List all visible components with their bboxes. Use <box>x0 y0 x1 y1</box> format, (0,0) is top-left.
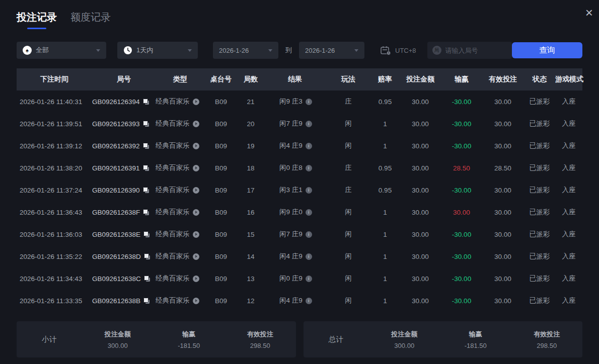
type-cell: 经典百家乐 <box>156 208 205 217</box>
chevron-down-icon <box>96 49 100 52</box>
copy-icon[interactable] <box>143 187 149 193</box>
tab-quota-records[interactable]: 额度记录 <box>70 11 111 24</box>
table-no: B09 <box>205 275 237 283</box>
round-id-cell: GB0926126392 <box>92 142 156 150</box>
round-badge-icon: 局 <box>432 46 441 55</box>
play-type: 庄 <box>326 163 371 172</box>
table-no: B09 <box>205 142 237 150</box>
type-cell: 经典百家乐 <box>156 296 205 305</box>
bet-amount: 30.00 <box>399 164 441 172</box>
search-button[interactable]: 查询 <box>512 42 582 58</box>
info-icon[interactable]: i <box>306 121 312 127</box>
round-no: 17 <box>237 187 264 194</box>
replay-icon[interactable] <box>193 231 199 238</box>
info-icon[interactable]: i <box>306 253 312 260</box>
status: 已派彩 <box>524 141 555 150</box>
spade-icon: ♠ <box>23 46 32 55</box>
copy-icon[interactable] <box>143 143 149 149</box>
play-type: 闲 <box>326 230 371 239</box>
info-icon[interactable]: i <box>306 231 312 238</box>
copy-icon[interactable] <box>143 99 149 105</box>
stat-label: 投注金额 <box>369 330 440 339</box>
copy-icon[interactable] <box>143 121 149 127</box>
tab-bar: 投注记录 额度记录 <box>17 0 582 29</box>
result: 闲9 庄3 <box>279 97 303 106</box>
replay-icon[interactable] <box>193 298 199 304</box>
round-no: 19 <box>237 142 264 150</box>
win-loss-amount: -30.00 <box>441 297 482 305</box>
info-icon[interactable]: i <box>306 99 312 105</box>
tab-betting-records[interactable]: 投注记录 <box>17 11 57 29</box>
type-cell: 经典百家乐 <box>156 230 205 239</box>
replay-icon[interactable] <box>193 165 199 171</box>
valid-bet: 30.00 <box>482 209 524 216</box>
date-to-picker[interactable]: 2026-1-26 <box>299 42 364 59</box>
round-number-field[interactable]: 局 <box>427 42 512 59</box>
copy-icon[interactable] <box>143 165 149 171</box>
chevron-down-icon <box>354 49 358 52</box>
bet-time: 2026-01-26 11:33:35 <box>17 297 92 305</box>
table-row: 2026-01-26 11:36:03 GB092612638E 经典百家乐 B… <box>17 223 582 245</box>
game-type-select[interactable]: ♠ 全部 <box>17 42 106 59</box>
info-icon[interactable]: i <box>306 165 312 171</box>
round-number-input[interactable] <box>445 47 501 54</box>
replay-icon[interactable] <box>193 187 199 194</box>
copy-icon[interactable] <box>143 298 149 304</box>
game-type: 经典百家乐 <box>156 296 190 305</box>
win-loss-amount: -30.00 <box>441 253 482 260</box>
type-cell: 经典百家乐 <box>156 97 205 106</box>
round-id: GB0926126393 <box>92 120 140 128</box>
replay-icon[interactable] <box>193 276 199 282</box>
stat-label: 输赢 <box>154 330 225 339</box>
total-win-stat: 输赢 -181.50 <box>440 330 511 349</box>
info-icon[interactable]: i <box>306 187 312 194</box>
col-header-bet-amount: 投注金额 <box>399 75 441 84</box>
stat-label: 有效投注 <box>224 330 296 339</box>
replay-icon[interactable] <box>193 253 199 260</box>
date-from-value: 2026-1-26 <box>219 47 249 54</box>
date-to-label: 到 <box>285 46 292 55</box>
date-from-picker[interactable]: 2026-1-26 <box>213 42 278 59</box>
round-id: GB092612638C <box>92 275 141 283</box>
replay-icon[interactable] <box>193 121 199 127</box>
replay-icon[interactable] <box>193 143 199 149</box>
result: 闲9 庄0 <box>279 208 303 217</box>
timezone-indicator: UTC+8 <box>381 46 416 55</box>
bet-amount: 30.00 <box>399 209 441 216</box>
table-row: 2026-01-26 11:34:43 GB092612638C 经典百家乐 B… <box>17 267 582 290</box>
replay-icon[interactable] <box>193 99 199 105</box>
info-icon[interactable]: i <box>306 143 312 149</box>
round-id: GB092612638E <box>92 231 140 238</box>
replay-icon[interactable] <box>193 209 199 216</box>
copy-icon[interactable] <box>144 253 150 259</box>
win-loss-amount: -30.00 <box>441 120 482 128</box>
info-icon[interactable]: i <box>306 209 312 216</box>
bet-time: 2026-01-26 11:37:24 <box>17 187 92 194</box>
result-cell: 闲0 庄9 i <box>264 274 326 283</box>
stat-label: 有效投注 <box>511 330 583 339</box>
bet-time: 2026-01-26 11:36:03 <box>17 231 92 238</box>
valid-bet: 30.00 <box>482 98 524 106</box>
bet-time: 2026-01-26 11:39:51 <box>17 120 92 128</box>
table-row: 2026-01-26 11:40:31 GB0926126394 经典百家乐 B… <box>17 90 582 113</box>
info-icon[interactable]: i <box>306 298 312 304</box>
subtotal-win-stat: 输赢 -181.50 <box>154 330 225 349</box>
round-no: 13 <box>237 275 264 283</box>
copy-icon[interactable] <box>143 209 149 215</box>
time-range-select[interactable]: 1天内 <box>117 42 198 59</box>
odds: 1 <box>371 142 399 150</box>
valid-bet: 30.00 <box>482 142 524 150</box>
total-panel: 总计 投注金额 300.00 输赢 -181.50 有效投注 298.50 <box>304 321 583 357</box>
copy-icon[interactable] <box>143 231 149 237</box>
win-loss-amount: -30.00 <box>441 142 482 150</box>
close-icon[interactable]: × <box>583 4 595 21</box>
copy-icon[interactable] <box>144 276 150 282</box>
info-icon[interactable]: i <box>306 276 312 282</box>
status: 已派彩 <box>524 186 555 195</box>
odds: 0.95 <box>371 187 399 194</box>
total-valid-value: 298.50 <box>511 342 583 349</box>
status: 已派彩 <box>524 208 555 217</box>
col-header-valid-bet: 有效投注 <box>482 75 524 84</box>
time-range-value: 1天内 <box>136 46 153 55</box>
result: 闲0 庄9 <box>279 274 303 283</box>
